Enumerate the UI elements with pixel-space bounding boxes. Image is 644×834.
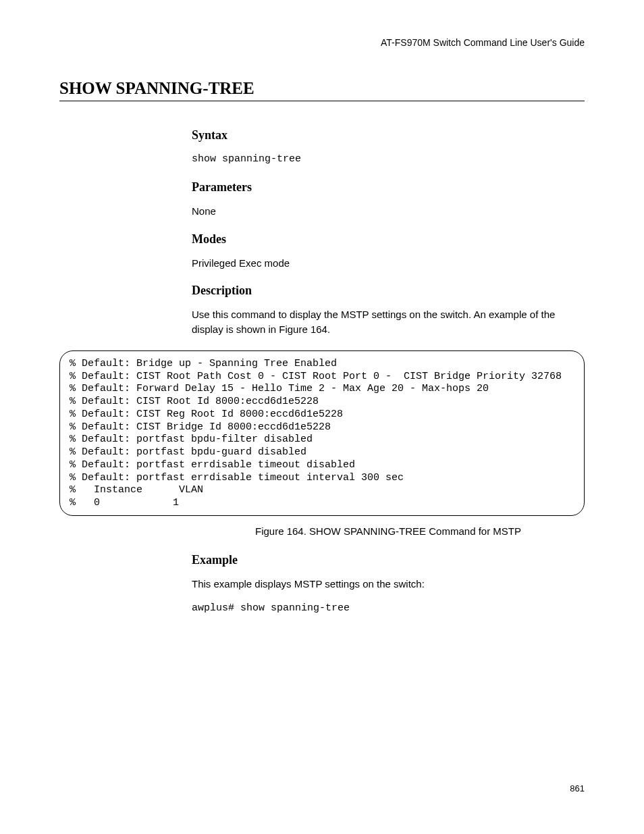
syntax-heading: Syntax [192, 128, 585, 142]
modes-heading: Modes [192, 232, 585, 246]
page-title: SHOW SPANNING-TREE [59, 79, 585, 101]
page-number: 861 [570, 783, 585, 793]
syntax-body: show spanning-tree [192, 152, 585, 167]
modes-body: Privileged Exec mode [192, 256, 585, 271]
example-command: awplus# show spanning-tree [192, 601, 585, 616]
example-heading: Example [192, 553, 585, 567]
parameters-heading: Parameters [192, 180, 585, 194]
figure-caption: Figure 164. SHOW SPANNING-TREE Command f… [192, 525, 585, 537]
document-header: AT-FS970M Switch Command Line User's Gui… [59, 37, 585, 48]
description-heading: Description [192, 284, 585, 298]
parameters-body: None [192, 204, 585, 219]
description-body: Use this command to display the MSTP set… [192, 307, 585, 337]
example-body: This example displays MSTP settings on t… [192, 577, 585, 592]
code-output-box: % Default: Bridge up - Spanning Tree Ena… [59, 350, 585, 516]
